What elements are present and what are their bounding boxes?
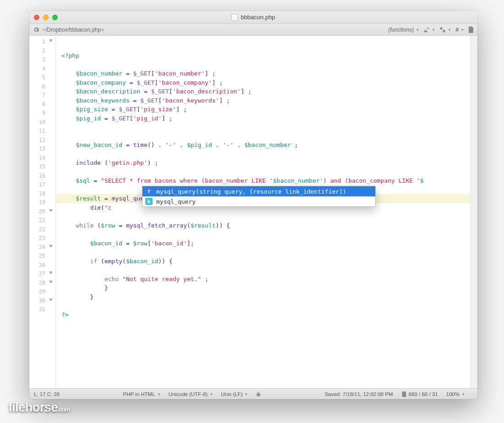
line-gutter[interactable]: 1234567891011121314151617181920212223242… — [29, 36, 56, 388]
line-number[interactable]: 8 — [29, 100, 55, 109]
autocomplete-item[interactable]: kmysql_query — [142, 196, 375, 206]
code-line[interactable] — [56, 266, 470, 275]
code-line[interactable]: if (empty($bacon_id)) { — [56, 257, 470, 266]
toolbar: ~/Dropbox/bbbacon.php ▾ (functions) ▾ ▾ … — [29, 24, 477, 36]
line-number[interactable]: 14 — [29, 154, 55, 163]
scrollbar[interactable] — [470, 36, 477, 388]
code-line[interactable] — [56, 301, 470, 310]
fold-icon[interactable] — [49, 298, 53, 301]
line-number[interactable]: 18 — [29, 190, 55, 199]
traffic-lights — [34, 15, 58, 20]
line-number[interactable]: 7 — [29, 91, 55, 100]
line-number[interactable]: 3 — [29, 55, 55, 65]
line-number[interactable]: 22 — [29, 225, 55, 234]
svg-rect-1 — [443, 30, 445, 32]
code-line[interactable]: <?php — [56, 51, 470, 60]
code-line[interactable] — [56, 60, 470, 70]
saved-timestamp: Saved: 7/18/11, 12:02:08 PM — [325, 391, 393, 397]
line-number[interactable]: 30 — [29, 297, 55, 306]
code-line[interactable] — [56, 150, 470, 159]
fold-icon[interactable] — [49, 281, 53, 283]
autocomplete-label: mysql_query — [156, 198, 196, 205]
code-line[interactable] — [56, 319, 470, 328]
chevron-down-icon: ▾ — [461, 27, 464, 32]
line-number[interactable]: 16 — [29, 172, 55, 181]
language-menu[interactable]: PHP in HTML▾ — [123, 391, 160, 397]
code-line[interactable]: $new_bacon_id = time() . '-' . $pig_id .… — [56, 141, 470, 150]
line-number[interactable]: 9 — [29, 109, 55, 118]
hash-menu[interactable]: # ▾ — [455, 27, 464, 33]
code-line[interactable]: } — [56, 293, 470, 302]
fold-icon[interactable] — [49, 271, 53, 274]
code-line[interactable]: $bacon_id = $row['bacon_id']; — [56, 239, 470, 248]
line-number[interactable]: 29 — [29, 287, 55, 297]
path-dropdown-icon[interactable]: ▾ — [102, 27, 104, 32]
document-stats[interactable]: 680 / 60 / 31 — [401, 391, 438, 397]
line-number[interactable]: 1 — [29, 38, 55, 47]
zoom-level[interactable]: 100%▾ — [446, 391, 465, 397]
line-number[interactable]: 17 — [29, 180, 55, 190]
close-button[interactable] — [34, 15, 39, 20]
line-number[interactable]: 26 — [29, 261, 55, 270]
code-line[interactable]: $sql = "SELECT * from bacons where (baco… — [56, 176, 470, 185]
lock-icon[interactable] — [256, 391, 261, 397]
autocomplete-label: mysql_query(string query, [resource link… — [156, 188, 346, 195]
code-line[interactable]: while ($row = mysql_fetch_array($result)… — [56, 221, 470, 230]
line-number[interactable]: 4 — [29, 65, 55, 74]
code-line[interactable]: $bacon_company = $_GET['bacon_company'] … — [56, 78, 470, 87]
line-number[interactable]: 19 — [29, 198, 55, 207]
code-line[interactable]: $pig_size = $_GET['pig_size'] ; — [56, 105, 470, 114]
chevron-down-icon: ▾ — [449, 27, 451, 32]
encoding-menu[interactable]: Unicode (UTF-8)▾ — [169, 391, 213, 397]
file-path[interactable]: ~/Dropbox/bbbacon.php — [42, 27, 101, 33]
line-number[interactable]: 23 — [29, 234, 55, 243]
chevron-down-icon: ▾ — [416, 27, 419, 32]
fold-icon[interactable] — [49, 39, 53, 42]
code-line[interactable] — [56, 123, 470, 132]
line-number[interactable]: 11 — [29, 127, 55, 136]
watermark: filehorse.com — [8, 400, 70, 415]
code-line[interactable]: ?> — [56, 310, 470, 320]
line-number[interactable]: 28 — [29, 279, 55, 288]
line-number[interactable]: 15 — [29, 163, 55, 172]
statusbar: L: 17 C: 26 PHP in HTML▾ Unicode (UTF-8)… — [29, 388, 477, 399]
line-number[interactable]: 25 — [29, 252, 55, 261]
code-line[interactable]: $pig_id = $_GET['pig_id'] ; — [56, 114, 470, 123]
line-ending-menu[interactable]: Unix (LF)▾ — [221, 391, 247, 397]
minimize-button[interactable] — [43, 15, 49, 20]
line-number[interactable]: 12 — [29, 136, 55, 145]
editor-window: bbbacon.php ~/Dropbox/bbbacon.php ▾ (fun… — [29, 11, 477, 399]
code-line[interactable] — [56, 168, 470, 177]
code-line[interactable]: echo "Not quite ready yet." ; — [56, 275, 470, 284]
code-line[interactable] — [56, 230, 470, 239]
line-number[interactable]: 5 — [29, 73, 55, 82]
line-number[interactable]: 6 — [29, 82, 55, 92]
marker-icon[interactable]: ▾ — [423, 27, 435, 33]
line-number[interactable]: 20 — [29, 207, 55, 217]
line-number[interactable]: 13 — [29, 145, 55, 154]
line-number[interactable]: 31 — [29, 305, 55, 315]
functions-menu[interactable]: (functions) ▾ — [388, 27, 419, 33]
counterpart-icon[interactable]: ▾ — [439, 27, 451, 33]
fold-icon[interactable] — [49, 245, 53, 248]
gear-icon[interactable] — [33, 27, 39, 33]
code-line[interactable]: } — [56, 283, 470, 293]
autocomplete-popup[interactable]: fmysql_query(string query, [resource lin… — [142, 186, 376, 207]
fold-icon[interactable] — [49, 209, 53, 212]
code-editor[interactable]: <?php $bacon_number = $_GET['bacon_numbe… — [56, 36, 470, 388]
code-line[interactable]: $bacon_number = $_GET['bacon_number'] ; — [56, 69, 470, 78]
code-line[interactable] — [56, 248, 470, 257]
code-line[interactable]: $bacon_description = $_GET['bacon_descri… — [56, 87, 470, 96]
line-number[interactable]: 10 — [29, 118, 55, 127]
autocomplete-item[interactable]: fmysql_query(string query, [resource lin… — [142, 186, 375, 196]
code-line[interactable]: $bacon_keywords = $_GET['bacon_keywords'… — [56, 96, 470, 105]
line-number[interactable]: 27 — [29, 270, 55, 279]
code-line[interactable] — [56, 212, 470, 221]
line-number[interactable]: 21 — [29, 216, 55, 225]
code-line[interactable]: include ('getin.php') ; — [56, 158, 470, 168]
zoom-button[interactable] — [52, 15, 58, 20]
line-number[interactable]: 2 — [29, 47, 55, 56]
code-line[interactable] — [56, 132, 470, 141]
line-number[interactable]: 24 — [29, 243, 55, 252]
document-icon[interactable] — [468, 27, 474, 33]
